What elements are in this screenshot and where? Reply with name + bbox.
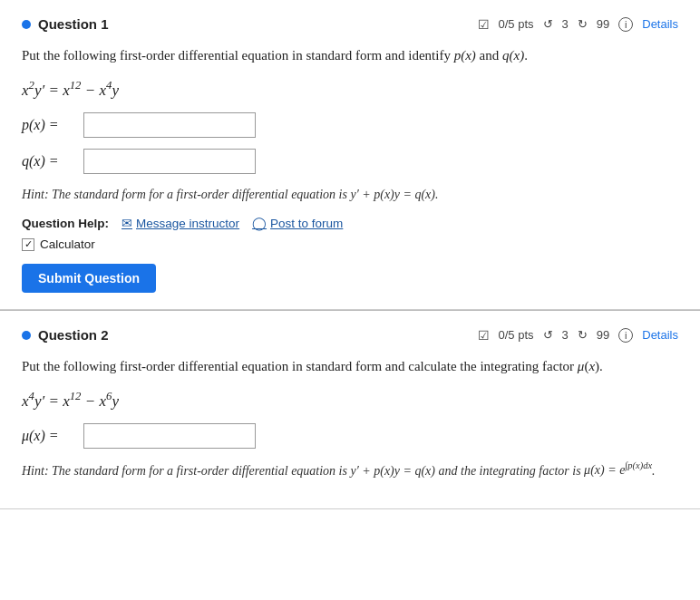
- p-input-field[interactable]: [83, 112, 256, 138]
- q2-redo-icon: ↻: [578, 328, 588, 342]
- question-help-row: Question Help: ✉ Message instructor ◯ Po…: [22, 216, 678, 230]
- info-icon: i: [618, 17, 633, 32]
- submit-question-1-label: Submit Question: [38, 271, 140, 285]
- envelope-icon: ✉: [122, 216, 132, 230]
- question-2-pts: 0/5 pts: [499, 328, 534, 342]
- question-2-label: Question 2: [38, 327, 109, 343]
- calculator-row: ✓ Calculator: [22, 237, 678, 251]
- question-1-pts: 0/5 pts: [499, 17, 534, 31]
- question-1-block: Question 1 ☑ 0/5 pts ↺ 3 ↻ 99 i Details …: [0, 0, 700, 310]
- question-1-hint: Hint: The standard form for a first-orde…: [22, 185, 678, 205]
- question-2-details-link[interactable]: Details: [642, 328, 678, 342]
- checkbox-check: ✓: [24, 238, 33, 250]
- question-1-details-link[interactable]: Details: [642, 17, 678, 31]
- p-input-row: p(x) =: [22, 112, 678, 138]
- mu-input-row: μ(x) =: [22, 423, 678, 449]
- question-2-hint: Hint: The standard form for a first-orde…: [22, 460, 678, 481]
- calculator-checkbox[interactable]: ✓: [22, 238, 34, 251]
- q2-info-icon: i: [618, 328, 633, 343]
- question-1-label: Question 1: [38, 16, 109, 32]
- question-1-details-label: Details: [642, 17, 678, 31]
- post-to-forum-link[interactable]: ◯ Post to forum: [252, 216, 343, 230]
- q-input-row: q(x) =: [22, 149, 678, 174]
- question-2-meta: ☑ 0/5 pts ↺ 3 ↻ 99 i Details: [478, 328, 678, 343]
- question-2-details-label: Details: [642, 328, 678, 342]
- q2-checkbox-icon: ☑: [478, 328, 490, 343]
- q-input-field[interactable]: [83, 149, 256, 174]
- calculator-label: Calculator: [40, 237, 95, 251]
- question-2-undo-count: 3: [562, 328, 569, 342]
- question-help-label: Question Help:: [22, 217, 109, 230]
- mu-input-field[interactable]: [83, 423, 256, 449]
- question-2-redo-count: 99: [597, 328, 609, 342]
- q-label: q(x) =: [22, 153, 76, 169]
- message-instructor-link[interactable]: ✉ Message instructor: [122, 216, 239, 230]
- redo-icon: ↻: [578, 17, 588, 31]
- checkbox-icon: ☑: [478, 17, 490, 32]
- question-2-block: Question 2 ☑ 0/5 pts ↺ 3 ↻ 99 i Details …: [0, 311, 700, 509]
- q2-undo-icon: ↺: [543, 328, 553, 342]
- q-notation: q(x): [502, 48, 524, 63]
- question-2-equation: x4y′ = x12 − x6y: [22, 390, 678, 411]
- question-1-title: Question 1: [22, 16, 109, 32]
- question-1-description: Put the following first-order differenti…: [22, 44, 678, 66]
- question-1-header: Question 1 ☑ 0/5 pts ↺ 3 ↻ 99 i Details: [22, 16, 678, 32]
- p-label: p(x) =: [22, 117, 76, 133]
- question-2-title: Question 2: [22, 327, 109, 343]
- mu-label: μ(x) =: [22, 428, 76, 444]
- message-instructor-label: Message instructor: [136, 217, 239, 230]
- question-1-meta: ☑ 0/5 pts ↺ 3 ↻ 99 i Details: [478, 17, 678, 32]
- question-1-equation: x2y′ = x12 − x4y: [22, 79, 678, 100]
- undo-icon: ↺: [543, 17, 553, 31]
- question-2-description: Put the following first-order differenti…: [22, 355, 678, 377]
- question-1-undo-count: 3: [562, 17, 569, 31]
- p-notation: p(x): [454, 48, 476, 63]
- post-to-forum-label: Post to forum: [270, 217, 343, 230]
- question-2-dot: [22, 331, 31, 340]
- forum-icon: ◯: [252, 216, 267, 230]
- question-1-dot: [22, 20, 31, 29]
- question-1-redo-count: 99: [597, 17, 609, 31]
- question-2-header: Question 2 ☑ 0/5 pts ↺ 3 ↻ 99 i Details: [22, 327, 678, 343]
- submit-question-1-button[interactable]: Submit Question: [22, 264, 156, 293]
